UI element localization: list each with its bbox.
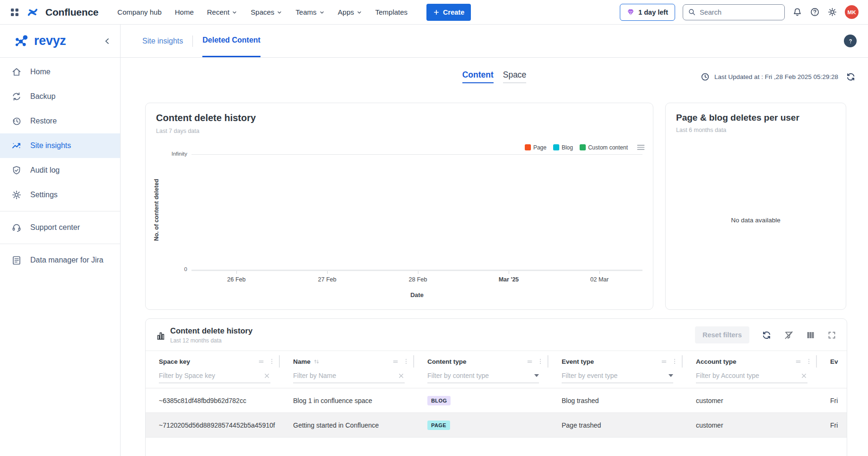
- resize-handle-icon[interactable]: [660, 358, 668, 365]
- search-input[interactable]: [700, 9, 771, 16]
- fullscreen-icon[interactable]: [827, 331, 836, 340]
- table-row[interactable]: ~7120205d56d88928574452b5a45910f Getting…: [146, 412, 847, 437]
- sidebar-brand: revyz: [0, 25, 120, 58]
- app-switcher-icon[interactable]: [9, 7, 20, 18]
- nav-company-hub[interactable]: Company hub: [117, 8, 161, 16]
- search-icon: [688, 8, 696, 16]
- table-refresh-icon[interactable]: [762, 330, 772, 340]
- content-type-badge: BLOG: [427, 396, 451, 405]
- content-delete-history-table-panel: Content delete history Last 12 months da…: [145, 318, 847, 456]
- filter-event-type-input[interactable]: [562, 372, 668, 379]
- legend-item-blog[interactable]: Blog: [553, 144, 573, 151]
- sidebar-item-home[interactable]: Home: [0, 60, 120, 84]
- cell-event-date: Fri: [817, 413, 847, 437]
- page-help-icon[interactable]: [844, 35, 857, 47]
- table-title: Content delete history: [170, 326, 252, 335]
- resize-handle-icon[interactable]: [258, 358, 265, 365]
- column-menu-kebab-icon[interactable]: [403, 358, 409, 365]
- column-header-content-type[interactable]: Content type: [414, 351, 548, 372]
- tab-space[interactable]: Space: [503, 70, 527, 83]
- chart-title: Content delete history: [156, 113, 256, 123]
- column-header-event-date[interactable]: Ev: [817, 351, 847, 372]
- sidebar-item-backup[interactable]: Backup: [0, 84, 120, 109]
- sidebar-collapse-icon[interactable]: [103, 37, 112, 45]
- x-tick-label: 02 Mar: [578, 276, 621, 283]
- sidebar-divider: [0, 244, 120, 244]
- filter-content-type-input[interactable]: [427, 372, 534, 379]
- nav-teams[interactable]: Teams: [295, 8, 324, 16]
- breadcrumb-tab-site-insights[interactable]: Site insights: [142, 25, 183, 57]
- sort-icon[interactable]: [313, 359, 320, 365]
- column-menu-kebab-icon[interactable]: [537, 358, 544, 365]
- reset-filters-button[interactable]: Reset filters: [695, 326, 749, 343]
- dropdown-caret-icon[interactable]: [534, 374, 539, 377]
- resize-handle-icon[interactable]: [526, 358, 533, 365]
- sidebar-item-audit-log[interactable]: Audit log: [0, 158, 120, 183]
- column-menu-kebab-icon[interactable]: [671, 358, 678, 365]
- plus-icon: [433, 9, 440, 16]
- trial-countdown-button[interactable]: 1 day left: [620, 4, 675, 21]
- breadcrumb-tab-deleted-content[interactable]: Deleted Content: [202, 25, 260, 57]
- y-axis-label: No. of content deleted: [153, 179, 160, 241]
- x-tick-label: 28 Feb: [397, 276, 439, 283]
- clock-icon: [701, 72, 710, 81]
- column-header-account-type[interactable]: Account type: [683, 351, 817, 372]
- table-row[interactable]: ~6385c81df48fbd9b62d782cc Blog 1 in conf…: [146, 388, 847, 412]
- sidebar-item-label: Data manager for Jira: [30, 256, 104, 264]
- sidebar-item-settings[interactable]: Settings: [0, 183, 120, 207]
- content-type-badge: PAGE: [427, 421, 450, 430]
- column-header-space-key[interactable]: Space key: [146, 351, 280, 372]
- column-menu-kebab-icon[interactable]: [806, 358, 812, 365]
- clear-filter-icon[interactable]: [398, 372, 405, 379]
- nav-spaces[interactable]: Spaces: [251, 8, 282, 16]
- column-header-event-type[interactable]: Event type: [548, 351, 683, 372]
- sidebar-item-restore[interactable]: Restore: [0, 109, 120, 133]
- dropdown-caret-icon[interactable]: [668, 374, 673, 377]
- clear-filter-icon[interactable]: [800, 372, 807, 379]
- x-tick-label: Mar '25: [487, 276, 530, 283]
- settings-gear-icon[interactable]: [827, 7, 837, 17]
- sidebar-item-label: Home: [30, 68, 51, 76]
- column-header-name[interactable]: Name: [280, 351, 414, 372]
- chart-subtitle: Last 7 days data: [156, 128, 200, 134]
- backup-sync-icon: [11, 91, 22, 102]
- resize-handle-icon[interactable]: [795, 358, 802, 365]
- home-icon: [11, 67, 22, 77]
- filter-account-type-input[interactable]: [696, 372, 800, 379]
- legend-item-page[interactable]: Page: [525, 144, 547, 151]
- sidebar-item-data-manager[interactable]: Data manager for Jira: [0, 248, 120, 272]
- avatar[interactable]: MK: [845, 5, 859, 19]
- filter-space-key-input[interactable]: [159, 372, 263, 379]
- resize-handle-icon[interactable]: [392, 358, 399, 365]
- legend-swatch-blog: [553, 144, 559, 150]
- search-box[interactable]: [683, 4, 785, 20]
- chevron-down-icon: [277, 9, 282, 15]
- sidebar-item-label: Site insights: [30, 141, 71, 150]
- refresh-icon[interactable]: [846, 72, 856, 82]
- chart-legend: Page Blog Custom content: [525, 143, 645, 152]
- nav-templates[interactable]: Templates: [375, 8, 408, 16]
- sidebar-item-support-center[interactable]: Support center: [0, 215, 120, 240]
- site-insights-trend-icon: [11, 140, 22, 151]
- sidebar-item-site-insights[interactable]: Site insights: [0, 133, 120, 158]
- top-nav: Company hub Home Recent Spaces Teams App…: [117, 8, 408, 16]
- clear-filter-icon[interactable]: [263, 372, 270, 379]
- brand-name: revyz: [34, 34, 66, 48]
- legend-item-custom-content[interactable]: Custom content: [580, 144, 628, 151]
- nav-home[interactable]: Home: [175, 8, 194, 16]
- create-button[interactable]: Create: [426, 4, 471, 21]
- notifications-bell-icon[interactable]: [792, 7, 802, 17]
- filter-off-icon[interactable]: [784, 330, 794, 340]
- columns-icon[interactable]: [806, 331, 815, 340]
- nav-recent[interactable]: Recent: [207, 8, 238, 16]
- chart-menu-icon[interactable]: [636, 143, 645, 152]
- help-icon[interactable]: [810, 7, 820, 17]
- last-updated-text: Last Updated at : Fri ,28 Feb 2025 05:29…: [714, 73, 838, 80]
- column-menu-kebab-icon[interactable]: [269, 358, 275, 365]
- confluence-logo-icon: [26, 7, 39, 18]
- nav-apps[interactable]: Apps: [338, 8, 362, 16]
- document-list-icon: [11, 255, 22, 265]
- tab-content[interactable]: Content: [462, 70, 494, 83]
- filter-name-input[interactable]: [293, 372, 398, 379]
- cell-account-type: customer: [683, 413, 817, 437]
